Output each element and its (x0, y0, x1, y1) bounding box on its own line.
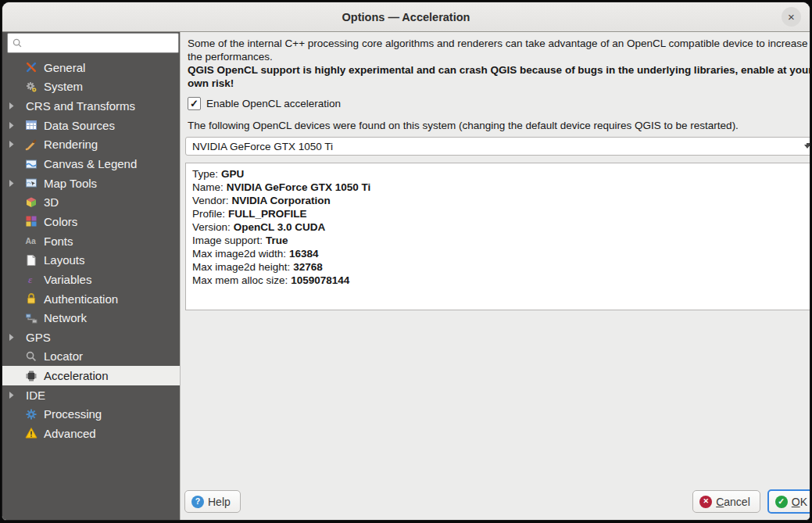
dialog-title: Options — Acceleration (342, 11, 470, 23)
network-icon (24, 312, 38, 324)
device-info-image-support: Image support:True (192, 234, 810, 247)
title-bar: Options — Acceleration × (2, 2, 810, 32)
color-swatch-icon (24, 215, 38, 227)
sidebar-item-ide[interactable]: IDE (2, 385, 180, 405)
acceleration-panel: Some of the internal C++ processing core… (181, 32, 810, 520)
sidebar-search-area (2, 32, 180, 56)
options-dialog: Options — Acceleration × General (2, 2, 810, 521)
chip-icon (24, 370, 38, 382)
ok-button[interactable]: ✓ OK (767, 489, 810, 514)
cog-icon (24, 408, 38, 421)
device-info-name: Name:NVIDIA GeForce GTX 1050 Ti (192, 181, 810, 194)
device-info-max-image2d-width: Max image2d width:16384 (192, 247, 810, 260)
lock-icon (24, 292, 38, 305)
device-info-vendor: Vendor:NVIDIA Corporation (192, 194, 810, 207)
svg-text:ε: ε (28, 274, 33, 285)
dropdown-arrow-icon (807, 143, 810, 145)
sidebar-item-data-sources[interactable]: Data Sources (2, 116, 180, 135)
chevron-right-icon[interactable] (9, 122, 24, 129)
epsilon-icon: ε (24, 273, 38, 285)
device-info-box: Type:GPU Name:NVIDIA GeForce GTX 1050 Ti… (185, 163, 810, 310)
device-info-type: Type:GPU (192, 167, 810, 181)
options-sidebar: General System CRS and Transforms Data S… (2, 32, 181, 520)
fonts-aa-icon: Aa (24, 235, 38, 247)
svg-text:Aa: Aa (26, 236, 37, 245)
device-info-max-image2d-height: Max image2d height:32768 (192, 260, 810, 274)
dialog-footer: ? Help ✕ Cancel ✓ OK (184, 489, 810, 514)
options-tree: General System CRS and Transforms Data S… (2, 56, 180, 520)
map-icon (24, 158, 38, 170)
cancel-button[interactable]: ✕ Cancel (692, 490, 760, 513)
sidebar-item-gps[interactable]: GPS (2, 328, 180, 347)
chevron-right-icon[interactable] (9, 102, 24, 109)
paintbrush-icon (24, 138, 38, 151)
dropdown-arrow-icon (804, 145, 810, 149)
sidebar-item-rendering[interactable]: Rendering (2, 135, 180, 155)
selected-device: NVIDIA GeForce GTX 1050 Ti (192, 141, 804, 152)
page-icon (24, 254, 38, 267)
sidebar-item-canvas-legend[interactable]: Canvas & Legend (2, 154, 180, 174)
close-icon[interactable]: × (782, 7, 801, 27)
sidebar-item-colors[interactable]: Colors (2, 212, 180, 231)
magnifier-icon (24, 350, 38, 363)
sidebar-item-system[interactable]: System (2, 77, 180, 97)
sidebar-item-acceleration[interactable]: Acceleration (2, 366, 180, 385)
search-input[interactable] (23, 35, 178, 51)
cancel-icon: ✕ (699, 496, 712, 508)
sidebar-item-fonts[interactable]: Aa Fonts (2, 231, 180, 251)
device-info-profile: Profile:FULL_PROFILE (192, 207, 810, 220)
chevron-right-icon[interactable] (9, 141, 24, 148)
sidebar-item-processing[interactable]: Processing (2, 405, 180, 424)
sidebar-item-layouts[interactable]: Layouts (2, 250, 180, 270)
search-icon (12, 38, 23, 48)
cube-3d-icon (24, 196, 38, 209)
sidebar-item-network[interactable]: Network (2, 308, 180, 328)
sidebar-item-map-tools[interactable]: Map Tools (2, 174, 180, 193)
sidebar-item-general[interactable]: General (2, 58, 180, 77)
ok-icon: ✓ (775, 496, 788, 508)
warning-icon (24, 427, 38, 439)
gear-wrench-icon (24, 81, 38, 93)
sidebar-item-locator[interactable]: Locator (2, 347, 180, 367)
device-info-version: Version:OpenCL 3.0 CUDA (192, 220, 810, 234)
checkmark-icon: ✓ (190, 99, 199, 109)
sidebar-item-advanced[interactable]: Advanced (2, 424, 180, 443)
help-button[interactable]: ? Help (184, 490, 241, 513)
enable-opencl-checkbox[interactable]: ✓ (188, 97, 201, 110)
chevron-right-icon[interactable] (9, 392, 24, 399)
table-icon (24, 119, 38, 131)
map-tools-icon (24, 177, 38, 189)
devices-found-label: The following OpenCL devices were found … (188, 120, 810, 131)
sidebar-item-variables[interactable]: ε Variables (2, 270, 180, 289)
chevron-right-icon[interactable] (9, 334, 24, 341)
device-select-dropdown[interactable]: NVIDIA GeForce GTX 1050 Ti (185, 137, 810, 156)
search-box (7, 33, 179, 53)
help-icon: ? (191, 496, 204, 508)
sidebar-item-3d[interactable]: 3D (2, 192, 180, 212)
sidebar-item-authentication[interactable]: Authentication (2, 289, 180, 309)
opencl-intro-text: Some of the internal C++ processing core… (188, 37, 810, 63)
sidebar-item-crs-and-transforms[interactable]: CRS and Transforms (2, 96, 180, 116)
chevron-right-icon[interactable] (9, 180, 24, 187)
opencl-warning-text: QGIS OpenCL support is highly experiment… (188, 63, 810, 90)
tools-icon (24, 61, 38, 73)
device-info-max-mem-alloc: Max mem alloc size:1059078144 (192, 274, 810, 287)
enable-opencl-row: ✓ Enable OpenCL acceleration (188, 97, 810, 110)
enable-opencl-label: Enable OpenCL acceleration (206, 98, 341, 109)
